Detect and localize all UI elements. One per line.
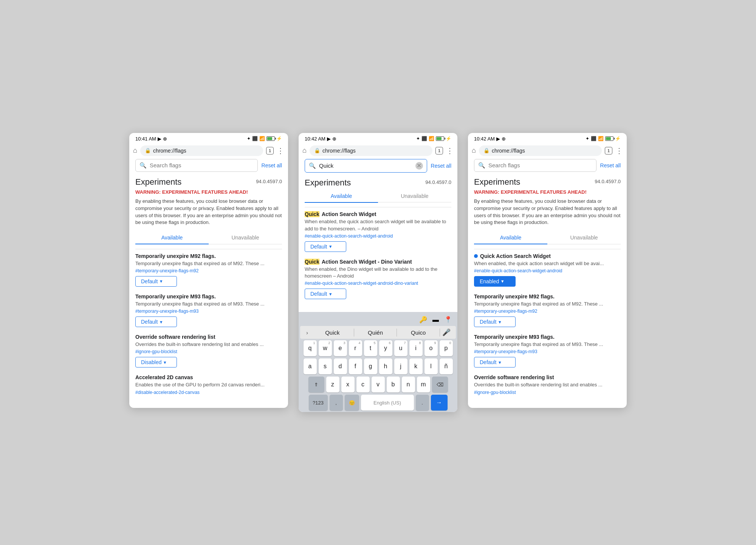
flag-link-2-1[interactable]: #enable-quick-action-search-widget-andro… [305,233,451,239]
flag-link-3-3[interactable]: #temporary-unexpire-flags-m93 [474,349,621,354]
url-bar-2[interactable]: 🔒 chrome://flags [310,145,432,156]
dropdown-label-1-1: Default [141,278,158,284]
search-icon-3: 🔍 [478,162,485,169]
suggestion-quien[interactable]: Quién [354,329,397,337]
key-w[interactable]: 2w [319,340,332,356]
key-q[interactable]: 1q [304,340,317,356]
more-icon-2[interactable]: ⋮ [446,146,454,155]
flag-link-1-3[interactable]: #ignore-gpu-blocklist [135,349,282,354]
home-icon-1[interactable]: ⌂ [133,147,137,154]
key-y[interactable]: 6y [379,340,392,356]
tab-available-3[interactable]: Available [474,232,547,244]
key-n[interactable]: n [402,377,415,392]
key-h[interactable]: h [379,358,392,374]
tab-count-1[interactable]: 1 [266,147,274,154]
flag-link-3-1[interactable]: #enable-quick-action-search-widget-andro… [474,268,621,273]
reset-btn-1[interactable]: Reset all [262,162,282,168]
tab-unavailable-3[interactable]: Unavailable [547,232,621,244]
key-b[interactable]: b [387,377,400,392]
key-comma[interactable]: , [330,395,343,411]
key-space[interactable]: English (US) [361,395,414,411]
reset-btn-2[interactable]: Reset all [431,163,451,169]
tab-unavailable-1[interactable]: Unavailable [209,232,282,244]
suggestion-quick[interactable]: Quick [311,329,354,337]
reset-btn-3[interactable]: Reset all [600,162,621,168]
key-j[interactable]: j [394,358,407,374]
dropdown-arrow-1-2: ▾ [160,319,163,325]
key-p[interactable]: 0p [440,340,453,356]
dropdown-btn-2-2[interactable]: Default ▾ [305,289,346,299]
dropdown-btn-1-3[interactable]: Disabled ▾ [135,357,177,367]
search-wrap-3[interactable]: 🔍 [474,159,596,172]
tab-available-2[interactable]: Available [305,190,378,203]
lock-icon-2: 🔒 [314,148,320,153]
tab-count-2[interactable]: 1 [435,147,443,154]
key-emoji[interactable]: 😊 [345,395,359,411]
key-row-1: 1q 2w 3e 4r 5t 6y 7u 8i 9o 0p [300,340,456,356]
dropdown-btn-1-1[interactable]: Default ▾ [135,276,177,287]
key-r[interactable]: 4r [349,340,362,356]
tab-unavailable-2[interactable]: Unavailable [378,190,451,203]
key-g[interactable]: g [364,358,377,374]
key-backspace[interactable]: ⌫ [432,377,448,392]
dropdown-btn-3-3[interactable]: Default ▾ [474,357,516,367]
search-input-1[interactable] [150,162,254,168]
key-num-switch[interactable]: ?123 [309,395,328,411]
key-t[interactable]: 5t [364,340,377,356]
key-u[interactable]: 7u [394,340,407,356]
dropdown-arrow-3-1: ▾ [501,278,504,284]
search-wrap-1[interactable]: 🔍 [135,159,258,172]
key-k[interactable]: k [409,358,423,374]
key-d[interactable]: d [334,358,347,374]
dropdown-btn-3-1[interactable]: Enabled ▾ [474,276,516,287]
time-3: 10:42 AM [474,136,495,142]
flag-link-3-2[interactable]: #temporary-unexpire-flags-m92 [474,309,621,314]
key-a[interactable]: a [304,358,317,374]
flag-link-1-1[interactable]: #temporary-unexpire-flags-m92 [135,268,282,273]
dropdown-btn-1-2[interactable]: Default ▾ [135,317,177,327]
mic-icon[interactable]: 🎤 [440,328,453,337]
tab-available-1[interactable]: Available [135,232,209,244]
key-i[interactable]: 8i [409,340,423,356]
more-icon-3[interactable]: ⋮ [615,146,623,155]
key-v[interactable]: v [372,377,385,392]
search-input-2[interactable] [319,162,412,169]
search-wrap-2[interactable]: 🔍 ✕ [305,159,427,173]
flag-link-1-4[interactable]: #disable-accelerated-2d-canvas [135,390,282,395]
dropdown-label-1-2: Default [141,319,158,325]
key-n-tilde[interactable]: ñ [440,358,453,374]
home-icon-3[interactable]: ⌂ [472,147,476,154]
dropdown-label-3-3: Default [480,359,496,365]
key-f[interactable]: f [349,358,362,374]
tab-count-3[interactable]: 1 [605,147,612,154]
flag-link-3-4[interactable]: #ignore-gpu-blocklist [474,390,621,395]
charging-icon-2: ⚡ [446,136,451,141]
key-l[interactable]: l [424,358,438,374]
key-period[interactable]: . [416,395,429,411]
flag-link-2-2[interactable]: #enable-quick-action-search-widget-andro… [305,281,451,286]
key-z[interactable]: z [326,377,339,392]
key-s[interactable]: s [319,358,332,374]
key-x[interactable]: x [341,377,355,392]
flag-desc-3-3: Temporarily unexpire flags that expired … [474,341,621,348]
key-m[interactable]: m [417,377,430,392]
key-shift[interactable]: ⇑ [308,377,324,392]
url-bar-1[interactable]: 🔒 chrome://flags [140,145,263,156]
more-icon-1[interactable]: ⋮ [277,146,284,155]
key-c[interactable]: c [356,377,370,392]
flag-title-3-3: Temporarily unexpire M93 flags. [474,334,621,340]
dropdown-btn-3-2[interactable]: Default ▾ [474,317,516,327]
search-input-3[interactable] [488,162,592,168]
experiments-header-1: Experiments 94.0.4597.0 [135,177,282,187]
key-o[interactable]: 9o [424,340,438,356]
dropdown-btn-2-1[interactable]: Default ▾ [305,241,346,252]
flag-link-1-2[interactable]: #temporary-unexpire-flags-m93 [135,309,282,314]
suggestion-arrow[interactable]: › [303,329,311,336]
clear-icon-2[interactable]: ✕ [415,162,423,170]
flag-title-3-1: Quick Action Search Widget [474,253,621,259]
key-enter[interactable]: → [431,395,448,411]
home-icon-2[interactable]: ⌂ [302,147,307,154]
suggestion-quico[interactable]: Quico [397,329,440,337]
key-e[interactable]: 3e [334,340,347,356]
url-bar-3[interactable]: 🔒 chrome://flags [479,145,602,156]
